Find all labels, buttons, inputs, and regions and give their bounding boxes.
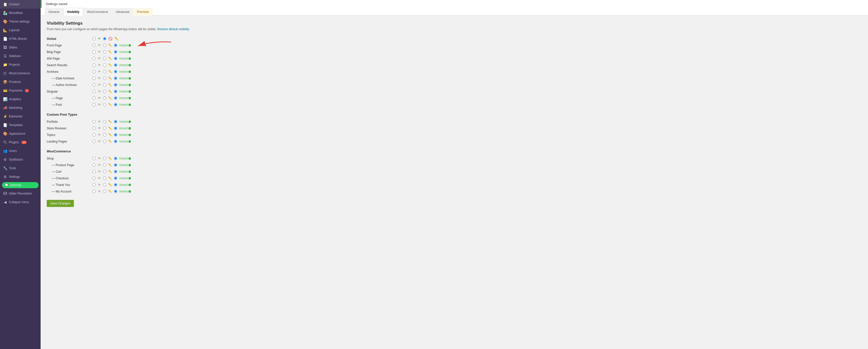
topics-radio-hide[interactable]: [103, 133, 106, 136]
singular-radio-show[interactable]: [92, 90, 96, 93]
sidebar-item-contact[interactable]: 📋 Contact: [0, 0, 41, 9]
author-archives-radio-inherit[interactable]: [114, 83, 117, 87]
front-page-radio-hide[interactable]: [103, 44, 106, 47]
thank-you-radio-inherit[interactable]: [114, 183, 117, 186]
restore-default-link[interactable]: Restore default visibility: [157, 27, 189, 31]
sidebar-item-theme-settings[interactable]: 🎨 Theme settings: [0, 17, 41, 26]
tab-woocommerce[interactable]: WooCommerce: [83, 8, 112, 16]
tab-visibility[interactable]: Visibility: [63, 8, 83, 16]
cart-radio-show[interactable]: [92, 170, 96, 173]
thank-you-radio-show[interactable]: [92, 183, 96, 186]
front-page-inherit-dot: [128, 44, 131, 47]
save-changes-button[interactable]: Save Changes: [47, 200, 74, 207]
checkout-radio-inherit[interactable]: [114, 177, 117, 180]
sidebar-item-layouts[interactable]: 📐 Layouts: [0, 26, 41, 34]
front-page-radio-show[interactable]: [92, 44, 96, 47]
post-radio-hide[interactable]: [103, 103, 106, 106]
portfolio-radio-hide[interactable]: [103, 120, 106, 123]
topics-radio-inherit[interactable]: [114, 133, 117, 136]
sidebar-item-projects[interactable]: 📁 Projects: [0, 60, 41, 69]
store-reviews-radio-inherit[interactable]: [114, 127, 117, 130]
search-results-radio-hide[interactable]: [103, 63, 106, 67]
sidebar-item-marketing[interactable]: 📣 Marketing: [0, 103, 41, 112]
sidebar-item-products[interactable]: 📦 Products: [0, 77, 41, 86]
global-radio-off[interactable]: [92, 37, 96, 40]
shop-radio-hide[interactable]: [103, 157, 106, 160]
sidebar-item-templates[interactable]: 📑 Templates: [0, 121, 41, 129]
landing-pages-radio-show[interactable]: [92, 140, 96, 143]
landing-pages-radio-hide[interactable]: [103, 140, 106, 143]
date-archives-radio-show[interactable]: [92, 76, 96, 80]
sidebar-item-slider-revolution[interactable]: 🎞 Slider Revolution: [0, 189, 41, 198]
tab-advanced[interactable]: Advanced: [112, 8, 133, 16]
sidebar-item-tools[interactable]: 🔧 Tools: [0, 164, 41, 172]
search-results-radio-inherit[interactable]: [114, 63, 117, 67]
date-archives-radio-hide[interactable]: [103, 76, 106, 80]
page-radio-inherit[interactable]: [114, 96, 117, 100]
cart-eye-icon: 👁: [98, 170, 101, 173]
sidebar-item-woodmart[interactable]: 🏪 WoodMart: [0, 9, 41, 17]
product-page-radio-inherit[interactable]: [114, 163, 117, 167]
cart-radio-hide[interactable]: [103, 170, 106, 173]
sidebar-item-users[interactable]: 👥 Users: [0, 147, 41, 155]
tab-general[interactable]: General: [45, 8, 63, 16]
archives-radio-inherit[interactable]: [114, 70, 117, 73]
sidebar-item-elementor[interactable]: ⚡ Elementor: [0, 112, 41, 121]
sidebar-item-plugins[interactable]: 🔌 Plugins 14: [0, 138, 41, 147]
search-results-radio-show[interactable]: [92, 63, 96, 67]
sidebar-item-sysbasics[interactable]: ⚙ SysBasics: [0, 155, 41, 164]
tab-premium[interactable]: Premium: [133, 8, 153, 16]
checkout-slash-icon: ✏️: [108, 177, 112, 180]
checkout-radio-show[interactable]: [92, 177, 96, 180]
blog-page-radio-inherit[interactable]: [114, 50, 117, 54]
archives-radio-hide[interactable]: [103, 70, 106, 73]
sidebar-item-html-blocks[interactable]: 📄 HTML Blocks: [0, 34, 41, 43]
my-account-radio-inherit[interactable]: [114, 190, 117, 193]
store-reviews-radio-show[interactable]: [92, 127, 96, 130]
portfolio-radio-inherit[interactable]: [114, 120, 117, 123]
my-account-radio-hide[interactable]: [103, 190, 106, 193]
front-page-label: Front Page: [47, 44, 92, 47]
checkout-radio-hide[interactable]: [103, 177, 106, 180]
sidebar-item-sidebars[interactable]: ☰ Sidebars: [0, 52, 41, 60]
page-radio-hide[interactable]: [103, 96, 106, 100]
blog-page-radio-show[interactable]: [92, 50, 96, 54]
topics-radio-show[interactable]: [92, 133, 96, 136]
sidebar-item-settings[interactable]: ⚙ Settings: [0, 172, 41, 181]
shop-radio-inherit[interactable]: [114, 157, 117, 160]
singular-radio-inherit[interactable]: [114, 90, 117, 93]
post-radio-inherit[interactable]: [114, 103, 117, 106]
sidebar-item-woocommerce[interactable]: 🛒 WooCommerce: [0, 69, 41, 77]
singular-radio-hide[interactable]: [103, 90, 106, 93]
404-radio-show[interactable]: [92, 57, 96, 60]
sidebar-item-collapse-menu[interactable]: ◀ Collapse menu: [0, 198, 41, 207]
sidebar-item-slides[interactable]: 🖼 Slides: [0, 43, 41, 52]
blog-page-radio-hide[interactable]: [103, 50, 106, 54]
post-radio-show[interactable]: [92, 103, 96, 106]
my-account-radio-show[interactable]: [92, 190, 96, 193]
date-archives-radio-inherit[interactable]: [114, 76, 117, 80]
thank-you-radio-hide[interactable]: [103, 183, 106, 186]
landing-pages-radio-inherit[interactable]: [114, 140, 117, 143]
joinchat-button[interactable]: 💬 Joinchat: [2, 182, 38, 188]
shop-radio-show[interactable]: [92, 157, 96, 160]
sidebar-item-payments[interactable]: 💳 Payments 1: [0, 86, 41, 95]
sidebar-item-analytics[interactable]: 📊 Analytics: [0, 95, 41, 103]
author-archives-radio-hide[interactable]: [103, 83, 106, 87]
content-area: Visibility Settings From here you can co…: [41, 16, 269, 212]
page-radio-show[interactable]: [92, 96, 96, 100]
sidebar-item-appearance[interactable]: 🎨 Appearance: [0, 129, 41, 138]
author-archives-radio-show[interactable]: [92, 83, 96, 87]
product-page-radio-show[interactable]: [92, 163, 96, 167]
portfolio-radio-show[interactable]: [92, 120, 96, 123]
product-page-radio-hide[interactable]: [103, 163, 106, 167]
front-page-radio-inherit[interactable]: [114, 44, 117, 47]
global-radio-on[interactable]: [103, 37, 106, 40]
404-radio-inherit[interactable]: [114, 57, 117, 60]
store-reviews-radio-hide[interactable]: [103, 127, 106, 130]
404-eye-icon: 👁: [98, 57, 101, 60]
singular-inherit-label: Inherit: [119, 90, 131, 93]
404-radio-hide[interactable]: [103, 57, 106, 60]
cart-radio-inherit[interactable]: [114, 170, 117, 173]
archives-radio-show[interactable]: [92, 70, 96, 73]
